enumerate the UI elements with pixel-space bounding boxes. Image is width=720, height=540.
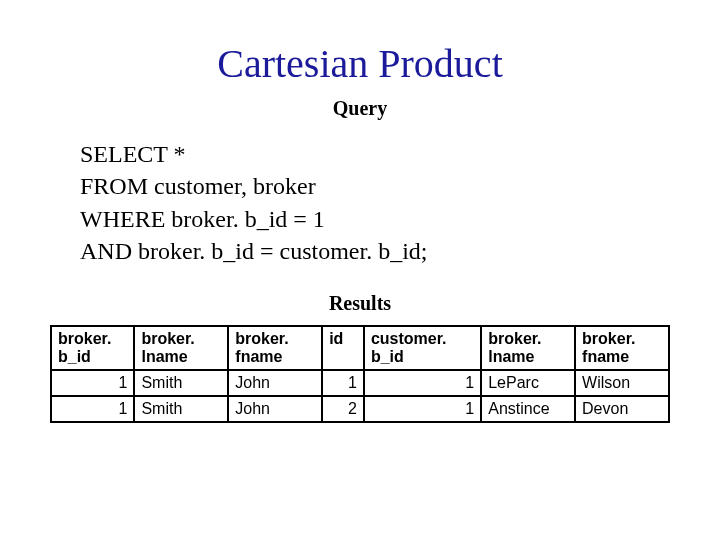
query-line: FROM customer, broker <box>80 170 670 202</box>
cell: 1 <box>51 396 134 422</box>
table-row: 1 Smith John 1 1 LeParc Wilson <box>51 370 669 396</box>
cell: 1 <box>51 370 134 396</box>
cell: Smith <box>134 396 228 422</box>
query-block: SELECT * FROM customer, broker WHERE bro… <box>80 138 670 268</box>
cell: 1 <box>364 396 481 422</box>
col-header: broker.b_id <box>51 326 134 371</box>
slide: Cartesian Product Query SELECT * FROM cu… <box>0 0 720 540</box>
cell: Anstince <box>481 396 575 422</box>
col-header: broker.lname <box>134 326 228 371</box>
cell: 1 <box>322 370 364 396</box>
col-header: broker.lname <box>481 326 575 371</box>
cell: 2 <box>322 396 364 422</box>
table-row: 1 Smith John 2 1 Anstince Devon <box>51 396 669 422</box>
query-line: AND broker. b_id = customer. b_id; <box>80 235 670 267</box>
col-header: id <box>322 326 364 371</box>
results-label: Results <box>50 292 670 315</box>
page-title: Cartesian Product <box>50 40 670 87</box>
table-header-row: broker.b_id broker.lname broker.fname id… <box>51 326 669 371</box>
cell: Devon <box>575 396 669 422</box>
cell: John <box>228 396 322 422</box>
col-header: broker.fname <box>228 326 322 371</box>
cell: John <box>228 370 322 396</box>
cell: 1 <box>364 370 481 396</box>
query-line: WHERE broker. b_id = 1 <box>80 203 670 235</box>
cell: Wilson <box>575 370 669 396</box>
cell: Smith <box>134 370 228 396</box>
query-label: Query <box>50 97 670 120</box>
col-header: customer.b_id <box>364 326 481 371</box>
results-table: broker.b_id broker.lname broker.fname id… <box>50 325 670 424</box>
query-line: SELECT * <box>80 138 670 170</box>
col-header: broker.fname <box>575 326 669 371</box>
cell: LeParc <box>481 370 575 396</box>
